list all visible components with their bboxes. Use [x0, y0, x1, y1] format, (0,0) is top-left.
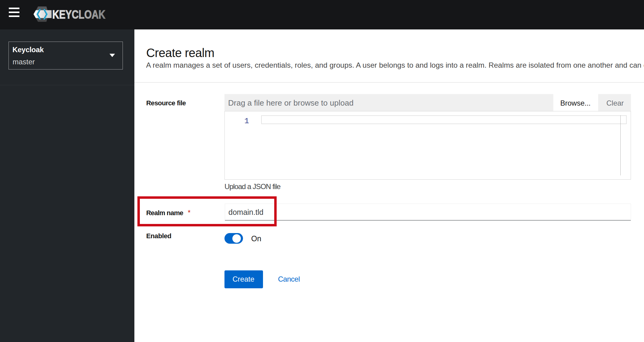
svg-text:KEYCLOAK: KEYCLOAK: [52, 8, 105, 21]
